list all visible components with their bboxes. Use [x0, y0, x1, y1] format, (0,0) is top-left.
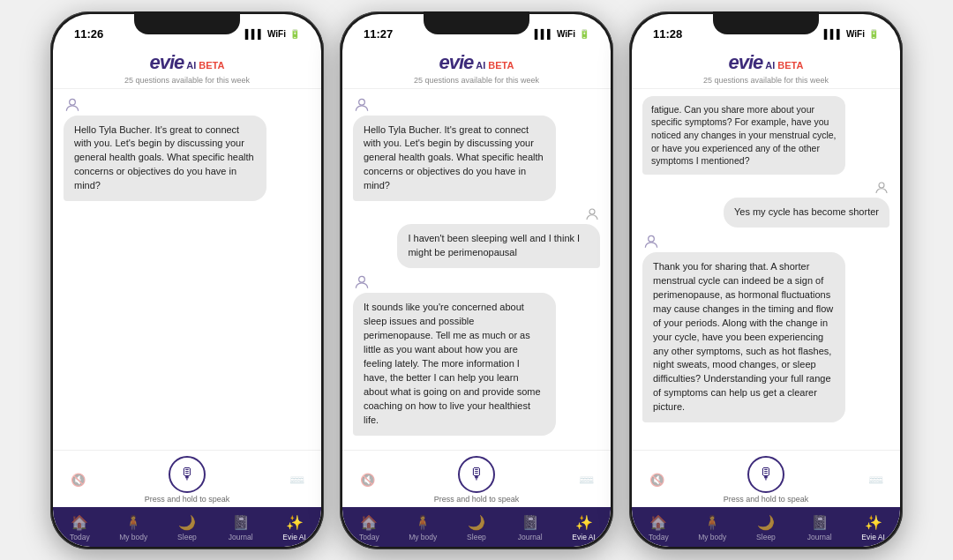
- user-avatar-2: [584, 206, 600, 222]
- sleep-label-2: Sleep: [467, 533, 486, 541]
- tab-sleep-1[interactable]: 🌙 Sleep: [168, 514, 206, 541]
- mic-area-1: 🔇 🎙 Press and hold to speak ⌨️: [53, 450, 321, 507]
- mic-center-2: 🎙 Press and hold to speak: [434, 456, 520, 504]
- svg-point-0: [70, 99, 76, 105]
- svg-point-3: [359, 276, 365, 282]
- today-icon-2: 🏠: [360, 514, 378, 531]
- svg-point-4: [879, 183, 884, 188]
- mic-button-1[interactable]: 🎙: [169, 456, 206, 493]
- logo-1: evie AI BETA: [150, 51, 225, 74]
- bubble-overflow-3: fatigue. Can you share more about your s…: [642, 96, 845, 175]
- mic-area-3: 🔇 🎙 Press and hold to speak ⌨️: [632, 450, 900, 507]
- logo-ai-text-1: AI: [186, 60, 196, 71]
- status-icons-3: ▌▌▌ WiFi 🔋: [824, 29, 879, 39]
- bubble-bot-2b: It sounds like you're concerned about sl…: [353, 293, 556, 435]
- time-3: 11:28: [653, 27, 682, 41]
- evieai-label-3: Evie AI: [861, 533, 884, 541]
- bot-row-2b: It sounds like you're concerned about sl…: [353, 273, 600, 435]
- today-icon-1: 🏠: [71, 514, 88, 531]
- header-2: evie AI BETA 25 questions available for …: [342, 46, 611, 89]
- tab-today-1[interactable]: 🏠 Today: [60, 514, 99, 541]
- logo-ai-text-3: AI: [765, 60, 775, 71]
- time-1: 11:26: [74, 27, 103, 41]
- tab-evieai-2[interactable]: ✨ Evie AI: [565, 514, 604, 541]
- tab-mybody-2[interactable]: 🧍 My body: [403, 514, 442, 541]
- logo-3: evie AI BETA: [729, 51, 804, 74]
- tab-journal-2[interactable]: 📓 Journal: [511, 514, 550, 541]
- mybody-label-1: My body: [119, 533, 147, 541]
- header-1: evie AI BETA 25 questions available for …: [53, 46, 321, 89]
- mute-icon-3[interactable]: 🔇: [646, 469, 667, 490]
- bot-avatar-1: [64, 96, 81, 114]
- tab-bar-2: 🏠 Today 🧍 My body 🌙 Sleep 📓 Journal ✨: [342, 507, 611, 547]
- today-icon-3: 🏠: [649, 514, 667, 531]
- bot-row-3a: fatigue. Can you share more about your s…: [642, 96, 889, 175]
- tab-evieai-3[interactable]: ✨ Evie AI: [854, 514, 893, 541]
- today-label-2: Today: [359, 533, 379, 541]
- keyboard-icon-2[interactable]: ⌨️: [575, 469, 597, 490]
- journal-label-3: Journal: [807, 533, 832, 541]
- mute-icon-2[interactable]: 🔇: [356, 469, 378, 490]
- bubble-bot-3b: Thank you for sharing that. A shorter me…: [642, 252, 845, 422]
- journal-icon-3: 📓: [811, 514, 829, 531]
- tab-sleep-3[interactable]: 🌙 Sleep: [747, 514, 785, 541]
- sleep-icon-3: 🌙: [757, 514, 775, 531]
- user-avatar-3: [874, 180, 889, 196]
- keyboard-icon-1[interactable]: ⌨️: [286, 469, 307, 490]
- keyboard-icon-3[interactable]: ⌨️: [865, 469, 886, 490]
- journal-icon-1: 📓: [232, 514, 250, 531]
- mic-center-3: 🎙 Press and hold to speak: [724, 456, 809, 504]
- evieai-label-2: Evie AI: [572, 533, 595, 541]
- phone-2: 11:27 ▌▌▌ WiFi 🔋 evie AI BETA 25 questio…: [340, 11, 613, 549]
- mic-label-2: Press and hold to speak: [434, 495, 520, 504]
- bubble-user-2: I haven't been sleeping well and I think…: [397, 224, 600, 268]
- mic-button-3[interactable]: 🎙: [747, 456, 784, 493]
- mybody-label-3: My body: [698, 533, 726, 541]
- mic-button-2[interactable]: 🎙: [458, 456, 495, 493]
- tab-mybody-1[interactable]: 🧍 My body: [114, 514, 153, 541]
- bot-row-2a: Hello Tyla Bucher. It's great to connect…: [353, 96, 600, 202]
- tab-today-2[interactable]: 🏠 Today: [349, 514, 388, 541]
- phone-1: 11:26 ▌▌▌ WiFi 🔋 evie AI BETA 25 questio…: [50, 11, 324, 549]
- questions-badge-3: 25 questions available for this week: [703, 76, 829, 85]
- svg-point-1: [359, 99, 365, 105]
- mic-center-1: 🎙 Press and hold to speak: [145, 456, 230, 504]
- wifi-icon-1: WiFi: [267, 29, 286, 39]
- notch-3: [713, 11, 819, 34]
- journal-label-2: Journal: [518, 533, 543, 541]
- tab-bar-1: 🏠 Today 🧍 My body 🌙 Sleep 📓 Journal ✨: [53, 507, 321, 547]
- notch-1: [134, 11, 240, 34]
- tab-sleep-2[interactable]: 🌙 Sleep: [457, 514, 496, 541]
- tab-journal-3[interactable]: 📓 Journal: [800, 514, 839, 541]
- tab-journal-1[interactable]: 📓 Journal: [221, 514, 260, 541]
- journal-icon-2: 📓: [522, 514, 539, 531]
- svg-point-2: [589, 209, 595, 214]
- mute-icon-1[interactable]: 🔇: [67, 469, 88, 490]
- evieai-icon-3: ✨: [865, 514, 882, 531]
- mybody-icon-2: 🧍: [414, 514, 431, 531]
- mybody-icon-3: 🧍: [703, 514, 721, 531]
- logo-2: evie AI BETA: [439, 51, 514, 74]
- questions-badge-2: 25 questions available for this week: [414, 76, 539, 85]
- battery-icon-2: 🔋: [579, 29, 589, 39]
- logo-ai-text-2: AI: [476, 60, 485, 71]
- svg-point-5: [649, 235, 655, 242]
- time-2: 11:27: [364, 27, 393, 41]
- bot-avatar-3b: [642, 233, 660, 250]
- chat-area-2: Hello Tyla Bucher. It's great to connect…: [342, 89, 611, 450]
- wifi-icon-2: WiFi: [557, 29, 575, 39]
- signal-icon-3: ▌▌▌: [824, 29, 843, 39]
- bot-avatar-2: [353, 96, 371, 114]
- logo-evie-text-1: evie: [150, 51, 184, 74]
- tab-today-3[interactable]: 🏠 Today: [639, 514, 678, 541]
- logo-beta-text-2: BETA: [488, 60, 514, 71]
- questions-badge-1: 25 questions available for this week: [124, 76, 250, 85]
- user-row-3: Yes my cycle has become shorter: [642, 180, 889, 228]
- today-label-1: Today: [70, 533, 90, 541]
- phones-container: 11:26 ▌▌▌ WiFi 🔋 evie AI BETA 25 questio…: [41, 3, 912, 558]
- tab-mybody-3[interactable]: 🧍 My body: [693, 514, 732, 541]
- sleep-icon-2: 🌙: [468, 514, 485, 531]
- tab-evieai-1[interactable]: ✨ Evie AI: [275, 514, 314, 541]
- mybody-label-2: My body: [409, 533, 437, 541]
- mic-area-2: 🔇 🎙 Press and hold to speak ⌨️: [342, 450, 611, 507]
